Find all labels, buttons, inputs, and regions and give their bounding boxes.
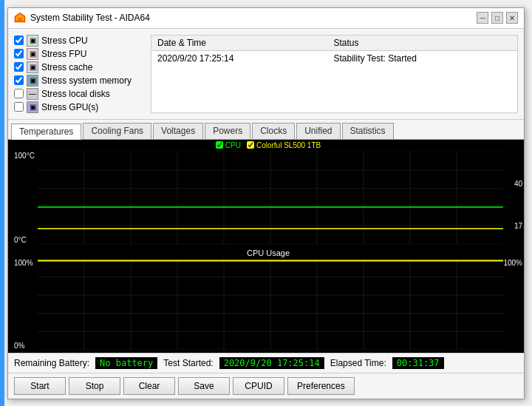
stress-disk-label: Stress local disks [41,89,110,99]
status-datetime: 2020/9/20 17:25:14 [151,50,327,66]
legend-cpu-label: CPU [225,141,241,149]
temp-y-bottom: 0°C [14,236,27,244]
stress-gpu-label: Stress GPU(s) [41,102,98,112]
window-title: System Stability Test - AIDA64 [30,13,150,23]
stress-gpu-checkbox[interactable] [14,102,24,112]
minimize-button[interactable]: ─ [477,12,488,24]
checkbox-stress-cache[interactable]: ▣ Stress cache [14,61,143,73]
col-status: Status [327,35,517,51]
checkbox-stress-disk[interactable]: — Stress local disks [14,88,143,100]
checkbox-stress-fpu[interactable]: ▣ Stress FPU [14,48,143,60]
title-bar-left: System Stability Test - AIDA64 [14,12,150,24]
tab-unified[interactable]: Unified [296,123,340,139]
legend-cpu: CPU [216,141,241,149]
stress-cpu-checkbox[interactable] [14,35,24,45]
usage-y-top: 100% [14,259,33,267]
stress-fpu-checkbox[interactable] [14,49,24,58]
tab-powers[interactable]: Powers [205,123,250,139]
legend-disk-checkbox[interactable] [247,141,254,149]
tab-voltages[interactable]: Voltages [153,123,203,139]
cpuid-button[interactable]: CPUID [233,377,284,395]
tab-statistics[interactable]: Statistics [342,123,394,139]
usage-chart-svg [38,259,503,350]
status-text: Stability Test: Started [327,50,517,66]
stress-mem-label: Stress system memory [41,75,132,86]
usage-chart-title: CPU Usage [13,247,524,259]
usage-y-bottom: 0% [14,342,24,350]
svg-rect-2 [18,18,22,21]
preferences-button[interactable]: Preferences [287,377,355,395]
status-table: Date & Time Status 2020/9/20 17:25:14 St… [151,35,518,113]
test-started-value: 2020/9/20 17:25:14 [219,357,324,369]
stress-tests-panel: ▣ Stress CPU ▣ Stress FPU ▣ Stress cache… [14,35,143,113]
temperature-chart: CPU Colorful SL500 1TB 100°C 0°C [8,140,524,247]
save-button[interactable]: Save [178,377,230,395]
top-section: ▣ Stress CPU ▣ Stress FPU ▣ Stress cache… [8,29,524,120]
stress-disk-checkbox[interactable] [14,89,24,98]
close-button[interactable]: ✕ [506,12,518,24]
usage-right-label: 100% [503,259,522,267]
temp-chart-svg [38,152,503,244]
battery-label: Remaining Battery: [14,358,89,368]
temp-y-top: 100°C [14,152,35,160]
gpu-icon: ▣ [27,101,38,113]
disk-icon: — [27,88,38,100]
test-started-label: Test Started: [163,358,213,368]
start-button[interactable]: Start [14,377,66,395]
stress-fpu-label: Stress FPU [41,49,86,59]
legend-disk: Colorful SL500 1TB [247,141,321,149]
content-area: ▣ Stress CPU ▣ Stress FPU ▣ Stress cache… [8,29,524,399]
col-datetime: Date & Time [151,35,327,51]
elapsed-value: 00:31:37 [392,357,444,369]
cache-icon: ▣ [27,61,38,73]
battery-value: No battery [95,357,157,369]
stress-cache-checkbox[interactable] [14,62,24,72]
temp-right-40: 40 [514,180,522,188]
elapsed-label: Elapsed Time: [330,358,386,368]
title-bar: System Stability Test - AIDA64 ─ □ ✕ [8,8,524,29]
checkbox-stress-gpu[interactable]: ▣ Stress GPU(s) [14,101,143,113]
cpu-icon: ▣ [27,35,38,47]
bottom-info-bar: Remaining Battery: No battery Test Start… [8,353,524,373]
temp-chart-title: CPU Colorful SL500 1TB [13,140,524,152]
tab-cooling-fans[interactable]: Cooling Fans [83,123,151,139]
charts-area: CPU Colorful SL500 1TB 100°C 0°C [8,140,524,353]
tabs-bar: Temperatures Cooling Fans Voltages Power… [8,120,524,140]
maximize-button[interactable]: □ [491,12,503,24]
fpu-icon: ▣ [27,48,38,60]
temp-right-17: 17 [514,222,522,230]
legend-disk-label: Colorful SL500 1TB [256,141,321,149]
action-buttons-bar: Start Stop Clear Save CPUID Preferences [8,373,524,399]
clear-button[interactable]: Clear [123,377,175,395]
checkbox-stress-mem[interactable]: ▣ Stress system memory [14,75,143,87]
tab-clocks[interactable]: Clocks [252,123,295,139]
tab-temperatures[interactable]: Temperatures [11,124,81,140]
stress-cache-label: Stress cache [41,62,92,72]
mem-icon: ▣ [27,75,38,87]
cpu-usage-chart: CPU Usage 100% 0% [8,247,524,353]
app-icon [14,12,26,24]
main-window: System Stability Test - AIDA64 ─ □ ✕ ▣ S… [7,7,525,399]
stress-cpu-label: Stress CPU [41,35,88,46]
status-row: 2020/9/20 17:25:14 Stability Test: Start… [151,50,517,66]
legend-cpu-checkbox[interactable] [216,141,223,149]
title-controls: ─ □ ✕ [477,12,518,24]
stop-button[interactable]: Stop [69,377,120,395]
checkbox-stress-cpu[interactable]: ▣ Stress CPU [14,35,143,47]
stress-mem-checkbox[interactable] [14,75,24,85]
